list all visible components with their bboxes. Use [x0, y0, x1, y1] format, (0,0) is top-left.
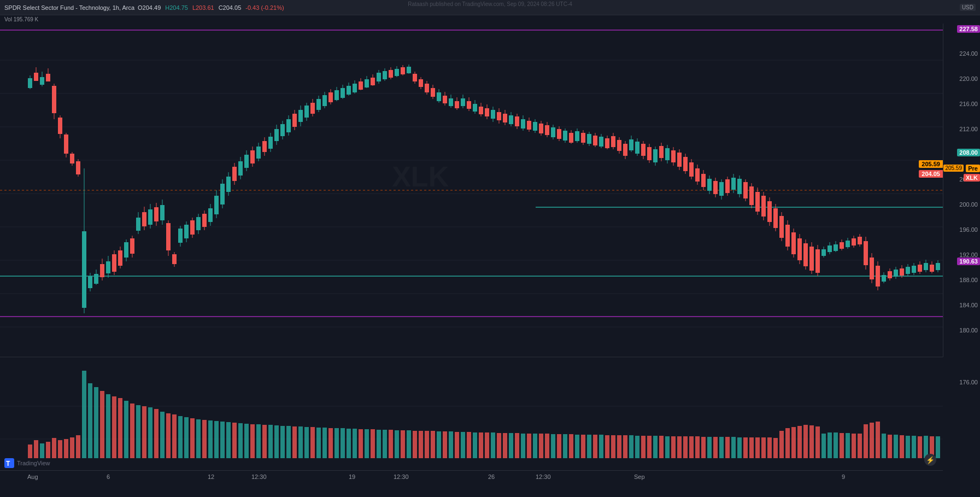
- svg-rect-444: [755, 437, 760, 458]
- svg-text:T: T: [6, 460, 10, 467]
- svg-rect-207: [599, 137, 603, 147]
- svg-rect-89: [244, 155, 249, 168]
- svg-rect-450: [791, 427, 796, 458]
- attribution-text: Rataash published on TradingView.com, Se…: [408, 1, 572, 7]
- purple-top-label: 227.58: [957, 25, 980, 33]
- svg-rect-455: [821, 434, 826, 458]
- svg-rect-336: [106, 394, 110, 458]
- svg-rect-459: [846, 433, 850, 458]
- svg-rect-328: [58, 440, 62, 458]
- svg-rect-17: [28, 78, 32, 88]
- svg-rect-469: [906, 436, 910, 458]
- svg-rect-443: [749, 437, 754, 458]
- svg-rect-69: [184, 225, 189, 238]
- svg-rect-470: [912, 436, 916, 458]
- svg-rect-85: [232, 167, 237, 181]
- svg-rect-255: [743, 182, 748, 198]
- svg-rect-381: [377, 430, 381, 458]
- symbol-full: SPDR Select Sector Fund - Technology, 1h…: [4, 4, 134, 11]
- svg-rect-465: [882, 434, 886, 458]
- svg-rect-203: [587, 134, 591, 144]
- svg-rect-29: [64, 135, 68, 154]
- svg-rect-351: [196, 419, 201, 458]
- svg-rect-449: [785, 428, 790, 458]
- svg-rect-257: [749, 186, 754, 205]
- svg-rect-453: [809, 425, 814, 458]
- time-9: 9: [842, 473, 845, 480]
- svg-rect-357: [232, 423, 237, 458]
- price-tick-196: 196.00: [959, 226, 978, 233]
- svg-rect-354: [214, 421, 219, 458]
- svg-rect-430: [671, 436, 676, 458]
- svg-rect-67: [178, 229, 183, 243]
- svg-rect-141: [401, 67, 405, 74]
- svg-rect-394: [455, 432, 459, 458]
- svg-rect-101: [280, 124, 285, 136]
- svg-rect-147: [419, 79, 423, 87]
- svg-rect-181: [521, 119, 525, 128]
- svg-rect-356: [226, 422, 231, 458]
- svg-rect-333: [88, 383, 92, 458]
- svg-rect-197: [569, 133, 573, 143]
- svg-rect-413: [569, 434, 573, 458]
- svg-rect-259: [755, 192, 760, 212]
- svg-rect-445: [761, 437, 766, 458]
- svg-rect-331: [76, 435, 80, 458]
- svg-rect-329: [64, 439, 68, 458]
- svg-rect-319: [936, 263, 940, 270]
- svg-rect-439: [725, 437, 730, 458]
- svg-rect-117: [328, 92, 333, 102]
- svg-rect-355: [220, 422, 225, 458]
- svg-rect-417: [593, 435, 597, 458]
- svg-rect-285: [834, 244, 838, 251]
- svg-rect-424: [635, 436, 639, 458]
- high-value: H204.75: [165, 4, 188, 11]
- svg-rect-442: [743, 437, 748, 458]
- svg-rect-327: [52, 438, 56, 458]
- svg-rect-339: [124, 401, 128, 458]
- svg-rect-261: [761, 196, 766, 217]
- svg-rect-145: [413, 74, 417, 81]
- svg-rect-271: [791, 232, 796, 254]
- svg-rect-395: [461, 432, 465, 458]
- svg-rect-342: [142, 406, 146, 458]
- time-19: 19: [349, 473, 355, 480]
- svg-rect-165: [473, 104, 477, 112]
- svg-rect-371: [316, 428, 321, 458]
- svg-rect-49: [124, 242, 128, 258]
- svg-rect-153: [437, 92, 441, 101]
- svg-rect-391: [437, 431, 441, 458]
- svg-rect-390: [431, 431, 435, 458]
- ohlc-values: O204.49 H204.75 L203.61 C204.05 -0.43 (-…: [138, 4, 284, 11]
- svg-rect-199: [575, 131, 579, 141]
- svg-rect-454: [815, 426, 820, 458]
- svg-rect-215: [623, 144, 627, 156]
- svg-rect-437: [713, 437, 718, 458]
- svg-rect-311: [912, 266, 916, 273]
- svg-rect-383: [389, 430, 393, 458]
- svg-rect-239: [695, 168, 700, 182]
- svg-rect-179: [515, 116, 519, 126]
- time-12: 12: [208, 473, 214, 480]
- svg-rect-384: [395, 430, 399, 458]
- lightning-icon[interactable]: ⚡: [924, 454, 936, 466]
- svg-rect-209: [605, 138, 609, 148]
- svg-rect-75: [202, 214, 207, 227]
- svg-rect-466: [888, 435, 892, 458]
- svg-rect-287: [840, 242, 844, 249]
- svg-rect-382: [383, 430, 387, 458]
- svg-rect-303: [888, 271, 892, 278]
- svg-rect-107: [298, 110, 303, 122]
- svg-rect-346: [166, 413, 171, 458]
- svg-rect-313: [918, 265, 922, 272]
- svg-rect-223: [647, 147, 652, 160]
- tv-logo-icon: T: [4, 458, 14, 468]
- svg-rect-273: [797, 238, 802, 260]
- svg-rect-301: [882, 275, 886, 282]
- currency-badge: USD: [960, 4, 976, 11]
- svg-rect-404: [515, 433, 519, 458]
- svg-rect-59: [154, 207, 159, 221]
- svg-rect-105: [292, 114, 297, 127]
- svg-rect-447: [773, 438, 778, 458]
- svg-rect-433: [689, 436, 694, 458]
